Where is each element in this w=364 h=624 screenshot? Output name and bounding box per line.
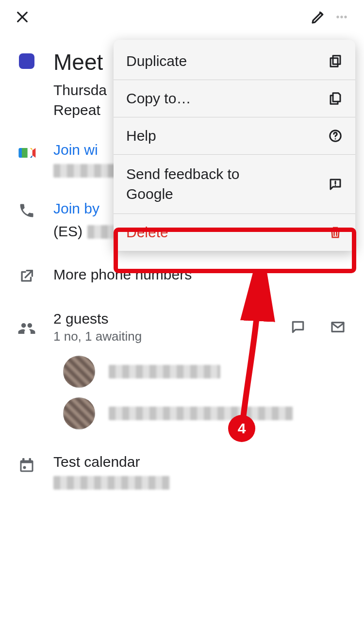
menu-item-label: Duplicate	[126, 52, 187, 70]
help-icon	[328, 129, 343, 143]
more-phone-numbers-label: More phone numbers	[53, 265, 349, 284]
calendar-row: Test calendar	[0, 434, 364, 496]
mail-icon	[330, 319, 346, 335]
calendar-icon	[18, 457, 35, 474]
trash-icon	[328, 225, 343, 240]
pencil-icon	[311, 9, 326, 25]
email-guests-button[interactable]	[326, 315, 349, 339]
more-options-button[interactable]	[330, 5, 353, 29]
svg-rect-8	[29, 458, 32, 462]
google-meet-icon	[17, 143, 36, 163]
svg-rect-10	[331, 58, 338, 67]
event-color-icon	[19, 53, 34, 69]
menu-item-label: Delete	[126, 224, 168, 241]
phone-icon	[18, 202, 35, 219]
event-detail-topbar	[0, 0, 364, 34]
svg-point-6	[23, 466, 26, 469]
svg-point-0	[336, 16, 339, 18]
overflow-menu: Duplicate Copy to… Help Send feedback to…	[114, 40, 355, 251]
menu-item-copy-to[interactable]: Copy to…	[114, 80, 355, 117]
guest-avatar	[63, 356, 95, 388]
redacted-guest-name	[109, 365, 220, 378]
edit-button[interactable]	[307, 5, 330, 29]
menu-item-duplicate[interactable]: Duplicate	[114, 40, 355, 80]
guest-item[interactable]	[0, 393, 364, 434]
guest-status: 1 no, 1 awaiting	[53, 329, 286, 344]
chat-guests-button[interactable]	[286, 315, 310, 339]
menu-item-help[interactable]: Help	[114, 117, 355, 154]
feedback-icon	[328, 177, 343, 192]
redacted-guest-name	[109, 407, 293, 420]
close-button[interactable]	[11, 5, 34, 29]
more-phone-numbers-row[interactable]: More phone numbers	[0, 248, 364, 291]
guest-item[interactable]	[0, 351, 364, 393]
svg-rect-5	[22, 463, 32, 470]
guest-avatar	[63, 397, 95, 429]
close-icon	[15, 9, 30, 25]
menu-item-delete[interactable]: Delete	[114, 213, 355, 251]
phone-country-prefix: (ES)	[53, 222, 83, 242]
menu-item-feedback[interactable]: Send feedback to Google	[114, 154, 355, 213]
svg-rect-9	[333, 56, 340, 65]
guests-header-row: 2 guests 1 no, 1 awaiting	[0, 291, 364, 351]
menu-item-label: Help	[126, 127, 156, 145]
svg-point-1	[340, 16, 343, 18]
chat-icon	[290, 319, 306, 335]
redacted-calendar-email	[53, 476, 170, 490]
menu-item-label: Send feedback to Google	[126, 164, 281, 204]
more-horizontal-icon	[334, 9, 349, 25]
open-external-icon	[18, 268, 35, 284]
copy-icon	[328, 91, 343, 106]
guest-count: 2 guests	[53, 311, 286, 327]
menu-item-label: Copy to…	[126, 90, 191, 107]
svg-point-12	[335, 138, 336, 140]
svg-point-14	[335, 184, 336, 186]
svg-point-2	[344, 16, 347, 18]
duplicate-icon	[328, 54, 343, 68]
calendar-name: Test calendar	[53, 454, 349, 470]
svg-rect-7	[22, 458, 25, 462]
people-icon	[17, 319, 36, 338]
